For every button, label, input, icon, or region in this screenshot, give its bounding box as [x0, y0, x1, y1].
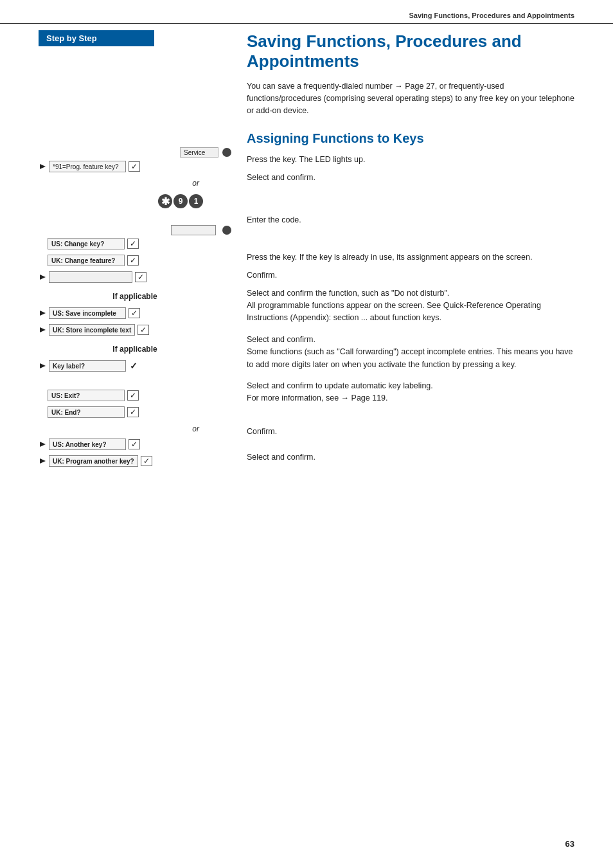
step-4-desc: Press the key. If the key is already in …	[247, 251, 532, 264]
check-mark: ✓	[131, 162, 138, 171]
step-6-desc: Select and confirm the function, such as…	[247, 287, 574, 325]
key-label-text: Key label?	[53, 363, 85, 370]
check-mark-4: ✓	[138, 273, 144, 282]
us-exit-label: US: Exit?	[51, 392, 80, 399]
step-6: Select and confirm the function, such as…	[247, 287, 574, 325]
us-exit-row: US: Exit? ✓	[39, 388, 231, 402]
step-1-desc: Press the key. The LED lights up.	[247, 154, 365, 166]
code-1: 1	[189, 194, 203, 208]
step-5-desc: Confirm.	[247, 269, 277, 282]
right-steps: Press the key. The LED lights up. Select…	[247, 154, 574, 469]
us-change-row: US: Change key? ✓	[39, 237, 231, 251]
us-another-key[interactable]: US: Another key?	[49, 439, 126, 450]
arrow-icon-keylabel	[39, 361, 48, 370]
step-8-desc: Select and confirm to update automatic k…	[247, 380, 433, 405]
check-mark-5: ✓	[131, 309, 138, 318]
step-3-desc: Enter the code.	[247, 214, 301, 226]
check-mark-2: ✓	[130, 239, 136, 248]
if-applicable-label-2: If applicable	[112, 345, 157, 354]
us-change-label: US: Change key?	[51, 240, 104, 248]
uk-end-label: UK: End?	[51, 409, 81, 416]
blank-function-key[interactable]	[49, 271, 132, 283]
right-column: Saving Functions, Procedures andAppointm…	[231, 30, 574, 471]
step-2-desc: Select and confirm.	[247, 172, 315, 184]
svg-marker-2	[40, 311, 46, 316]
check-blank: ✓	[135, 272, 147, 282]
check-key-label: ✓	[130, 361, 138, 371]
code-9: 9	[173, 194, 188, 208]
arrow-icon-another	[39, 440, 48, 449]
uk-program-label: UK: Program another key?	[53, 458, 134, 465]
check-us-save: ✓	[129, 308, 140, 318]
svg-marker-4	[40, 363, 46, 368]
step-7: Select and confirm.Some functions (such …	[247, 334, 574, 371]
step-4: Press the key. If the key is already in …	[247, 251, 574, 264]
us-save-label: US: Save incomplete	[53, 310, 116, 317]
blank-key	[171, 225, 216, 235]
header-title: Saving Functions, Procedures and Appoint…	[409, 12, 574, 19]
uk-change-key[interactable]: UK: Change feature?	[48, 255, 125, 266]
uk-program-row: UK: Program another key? ✓	[39, 454, 231, 468]
page-number: 63	[565, 839, 574, 849]
uk-end-row: UK: End? ✓	[39, 405, 231, 419]
us-change-key[interactable]: US: Change key?	[48, 238, 125, 249]
check-us-change: ✓	[127, 239, 139, 249]
uk-end-key[interactable]: UK: End?	[48, 406, 125, 418]
or-row-2: or	[39, 422, 231, 436]
or-row-1: or	[39, 176, 231, 190]
blank-key-row	[39, 225, 231, 235]
blank-check-row: ✓	[39, 270, 231, 284]
main-title: Saving Functions, Procedures andAppointm…	[247, 32, 574, 71]
or-text-1: or	[192, 179, 199, 188]
us-save-key[interactable]: US: Save incomplete	[49, 307, 126, 319]
arrow-icon-blank	[39, 273, 48, 282]
step-by-step-label: Step by Step	[39, 30, 154, 46]
check-uk-change: ✓	[127, 255, 139, 266]
step-9: Confirm.	[247, 426, 574, 439]
check-uk-store: ✓	[138, 325, 149, 335]
or-text-2: or	[192, 424, 199, 433]
check-uk-end: ✓	[127, 407, 139, 417]
check-mark-8: ✓	[130, 408, 136, 417]
step-8: Select and confirm to update automatic k…	[247, 380, 574, 405]
uk-store-row: UK: Store incomplete text ✓	[39, 323, 231, 337]
step-7-desc: Select and confirm.Some functions (such …	[247, 334, 574, 371]
prog-feature-row: *91=Prog. feature key? ✓	[39, 159, 231, 174]
uk-store-key[interactable]: UK: Store incomplete text	[49, 324, 135, 336]
arrow-icon-program	[39, 457, 48, 466]
key-label-row: Key label? ✓	[39, 359, 231, 373]
check-mark-10: ✓	[143, 457, 150, 466]
us-save-row: US: Save incomplete ✓	[39, 306, 231, 320]
us-another-row: US: Another key? ✓	[39, 437, 231, 451]
uk-program-key[interactable]: UK: Program another key?	[49, 455, 138, 467]
step-3: Enter the code.	[247, 214, 574, 227]
prog-feature-key[interactable]: *91=Prog. feature key?	[49, 161, 126, 172]
intro-text: You can save a frequently-dialed number …	[247, 80, 574, 116]
if-applicable-label-1: If applicable	[112, 292, 157, 301]
us-exit-key[interactable]: US: Exit?	[48, 390, 125, 401]
uk-change-row: UK: Change feature? ✓	[39, 253, 231, 267]
check-mark-9: ✓	[131, 440, 138, 449]
led-indicator	[222, 148, 231, 157]
section-title: Assigning Functions to Keys	[247, 131, 574, 146]
check-uk-program: ✓	[141, 456, 152, 466]
left-steps: Service *91=Prog. feature key? ✓ or ✱	[39, 147, 231, 468]
code-star: ✱	[158, 194, 172, 208]
page-header: Saving Functions, Procedures and Appoint…	[0, 0, 613, 24]
key-label-key[interactable]: Key label?	[49, 360, 126, 372]
step-9-desc: Confirm.	[247, 426, 277, 438]
check-prog: ✓	[129, 161, 140, 172]
svg-marker-0	[40, 164, 46, 169]
step-5: Confirm.	[247, 269, 574, 282]
arrow-icon-store	[39, 325, 48, 334]
uk-change-label: UK: Change feature?	[51, 257, 115, 264]
uk-store-label: UK: Store incomplete text	[53, 327, 131, 334]
if-applicable-1: If applicable	[39, 289, 231, 303]
svg-marker-1	[40, 275, 46, 280]
us-another-label: US: Another key?	[53, 441, 107, 448]
code-circles: ✱ 9 1	[39, 194, 231, 208]
svg-marker-5	[40, 442, 46, 447]
check-mark-6: ✓	[140, 325, 147, 334]
svg-marker-6	[40, 458, 46, 464]
service-key[interactable]: Service	[180, 147, 218, 158]
